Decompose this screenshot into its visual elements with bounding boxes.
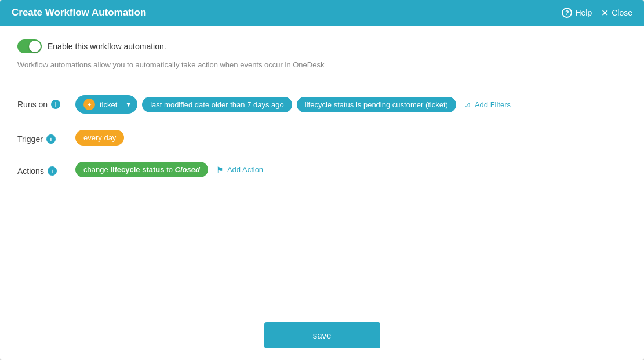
actions-section: Actions i change lifecycle status to Clo… bbox=[17, 162, 627, 177]
filter1-pill[interactable]: last modified date older than 7 days ago bbox=[142, 97, 292, 112]
add-action-label: Add Action bbox=[227, 165, 263, 174]
flag-icon: ⚑ bbox=[216, 165, 224, 174]
dropdown-arrow-icon: ▼ bbox=[125, 101, 132, 108]
runs-on-label-container: Runs on i bbox=[17, 95, 64, 109]
filters-row-1: ✦ ticket ▼ last modified date older than… bbox=[75, 95, 292, 114]
filter-icon: ⊿ bbox=[464, 100, 471, 109]
trigger-pill[interactable]: every day bbox=[75, 130, 124, 146]
filter2-text: lifecycle status is pending customer (ti… bbox=[305, 100, 448, 109]
ticket-icon: ✦ bbox=[83, 99, 95, 110]
add-filters-label: Add Filters bbox=[475, 100, 511, 109]
save-button[interactable]: save bbox=[264, 322, 380, 348]
header-actions: ? Help ✕ Close bbox=[562, 8, 632, 19]
action-to-text: to bbox=[166, 165, 173, 174]
actions-content: change lifecycle status to Closed ⚑ Add … bbox=[75, 162, 627, 177]
action-change-text: change bbox=[83, 165, 108, 174]
description-text: Workflow automations allow you to automa… bbox=[17, 60, 627, 69]
runs-on-content: ✦ ticket ▼ last modified date older than… bbox=[75, 95, 627, 114]
divider bbox=[17, 81, 627, 81]
actions-label: Actions bbox=[17, 166, 44, 176]
enable-label: Enable this workflow automation. bbox=[48, 42, 166, 51]
add-filters-button[interactable]: ⊿ Add Filters bbox=[461, 97, 514, 111]
close-button[interactable]: ✕ Close bbox=[601, 8, 632, 19]
trigger-info-icon[interactable]: i bbox=[46, 134, 56, 144]
filter1-text: last modified date older than 7 days ago bbox=[150, 100, 284, 109]
runs-on-section: Runs on i ✦ ticket ▼ last modified date … bbox=[17, 95, 627, 114]
help-label: Help bbox=[575, 8, 592, 17]
modal-title: Create Workflow Automation bbox=[12, 7, 146, 19]
modal-container: Create Workflow Automation ? Help ✕ Clos… bbox=[0, 0, 644, 360]
close-icon: ✕ bbox=[601, 8, 609, 19]
help-button[interactable]: ? Help bbox=[562, 8, 592, 18]
runs-on-info-icon[interactable]: i bbox=[51, 100, 60, 109]
trigger-label-container: Trigger i bbox=[17, 130, 64, 144]
trigger-label: Trigger bbox=[17, 134, 43, 144]
modal-footer: save bbox=[0, 311, 644, 360]
trigger-content: every day bbox=[75, 130, 627, 146]
runs-on-label: Runs on bbox=[17, 100, 48, 109]
filter2-pill[interactable]: lifecycle status is pending customer (ti… bbox=[297, 97, 456, 112]
ticket-label: ticket bbox=[100, 100, 117, 109]
actions-info-icon[interactable]: i bbox=[48, 166, 57, 176]
help-icon: ? bbox=[562, 8, 572, 18]
action-lifecycle-text: lifecycle status bbox=[110, 165, 164, 174]
close-label: Close bbox=[612, 8, 632, 17]
enable-row: Enable this workflow automation. bbox=[17, 39, 627, 53]
filters-row-2: lifecycle status is pending customer (ti… bbox=[297, 97, 514, 112]
modal-body: Enable this workflow automation. Workflo… bbox=[0, 26, 644, 311]
trigger-section: Trigger i every day bbox=[17, 130, 627, 146]
ticket-selector[interactable]: ✦ ticket ▼ bbox=[75, 95, 137, 114]
enable-toggle[interactable] bbox=[17, 39, 42, 53]
modal-header: Create Workflow Automation ? Help ✕ Clos… bbox=[0, 0, 644, 26]
action-closed-text: Closed bbox=[175, 165, 200, 174]
add-action-button[interactable]: ⚑ Add Action bbox=[213, 163, 267, 177]
trigger-value: every day bbox=[83, 133, 116, 142]
actions-label-container: Actions i bbox=[17, 162, 64, 176]
action-pill[interactable]: change lifecycle status to Closed bbox=[75, 162, 208, 177]
